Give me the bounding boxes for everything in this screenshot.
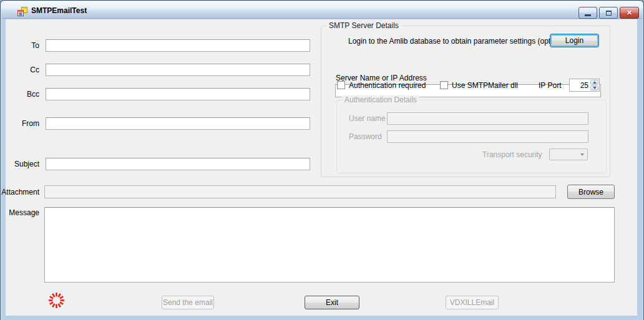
username-label: User name bbox=[349, 112, 386, 125]
send-email-button: Send the email bbox=[162, 296, 214, 309]
busy-spinner-icon bbox=[48, 292, 65, 309]
minimize-icon bbox=[585, 14, 591, 16]
bcc-label: Bcc bbox=[1, 88, 39, 100]
auth-group-title: Authentication Details bbox=[342, 95, 419, 105]
ip-port-label: IP Port bbox=[539, 79, 561, 92]
dropdown-arrow-icon bbox=[580, 153, 584, 156]
maximize-icon bbox=[606, 11, 612, 16]
maximize-button[interactable] bbox=[599, 7, 618, 19]
transport-security-label: Transport security bbox=[482, 148, 542, 161]
close-icon: ✕ bbox=[627, 9, 632, 16]
ip-port-increment-button[interactable] bbox=[590, 80, 598, 85]
use-smtpmailer-checkbox[interactable] bbox=[440, 81, 448, 89]
login-button[interactable]: Login bbox=[550, 34, 599, 47]
authentication-required-checkbox[interactable] bbox=[337, 81, 345, 89]
password-input bbox=[387, 130, 588, 143]
vdxillemail-button: VDXILLEmail bbox=[446, 296, 499, 309]
winforms-app-icon bbox=[17, 7, 27, 17]
authentication-details-group: Authentication Details User name Passwor… bbox=[336, 100, 607, 173]
from-input[interactable] bbox=[46, 117, 310, 130]
use-smtpmailer-label: Use SMTPMailer dll bbox=[452, 79, 518, 92]
window-title: SMTPEmailTest bbox=[31, 6, 87, 15]
close-button[interactable]: ✕ bbox=[620, 7, 639, 19]
exit-button[interactable]: Exit bbox=[305, 296, 359, 309]
attachment-path-field bbox=[44, 185, 556, 198]
bcc-input[interactable] bbox=[46, 88, 310, 100]
to-input[interactable] bbox=[46, 39, 310, 52]
cc-label: Cc bbox=[1, 64, 39, 76]
ip-port-stepper[interactable] bbox=[569, 79, 600, 92]
from-label: From bbox=[1, 117, 39, 130]
attachment-label: Attachment bbox=[1, 186, 39, 198]
ip-port-input[interactable] bbox=[570, 79, 590, 91]
subject-input[interactable] bbox=[46, 158, 310, 170]
spin-down-icon bbox=[593, 87, 597, 89]
subject-label: Subject bbox=[1, 158, 39, 170]
cc-input[interactable] bbox=[46, 64, 310, 76]
username-input bbox=[387, 112, 588, 125]
smtp-server-details-group: SMTP Server Details Login to the Amlib d… bbox=[321, 26, 610, 177]
message-label: Message bbox=[1, 206, 39, 219]
spin-up-icon bbox=[593, 81, 597, 84]
browse-button[interactable]: Browse bbox=[567, 185, 615, 199]
authentication-required-label: Authentication required bbox=[349, 79, 426, 92]
to-label: To bbox=[1, 39, 39, 52]
title-bar[interactable]: SMTPEmailTest ✕ bbox=[1, 1, 643, 19]
login-hint-text: Login to the Amlib database to obtain pa… bbox=[348, 35, 569, 47]
ip-port-decrement-button[interactable] bbox=[590, 85, 598, 90]
password-label: Password bbox=[349, 130, 382, 143]
message-textarea[interactable] bbox=[44, 207, 615, 283]
transport-security-dropdown bbox=[549, 148, 588, 160]
minimize-button[interactable] bbox=[578, 7, 597, 19]
smtp-group-title: SMTP Server Details bbox=[326, 21, 401, 31]
smtp-email-test-window: SMTPEmailTest ✕ To Cc Bcc From Subject S… bbox=[0, 0, 644, 320]
